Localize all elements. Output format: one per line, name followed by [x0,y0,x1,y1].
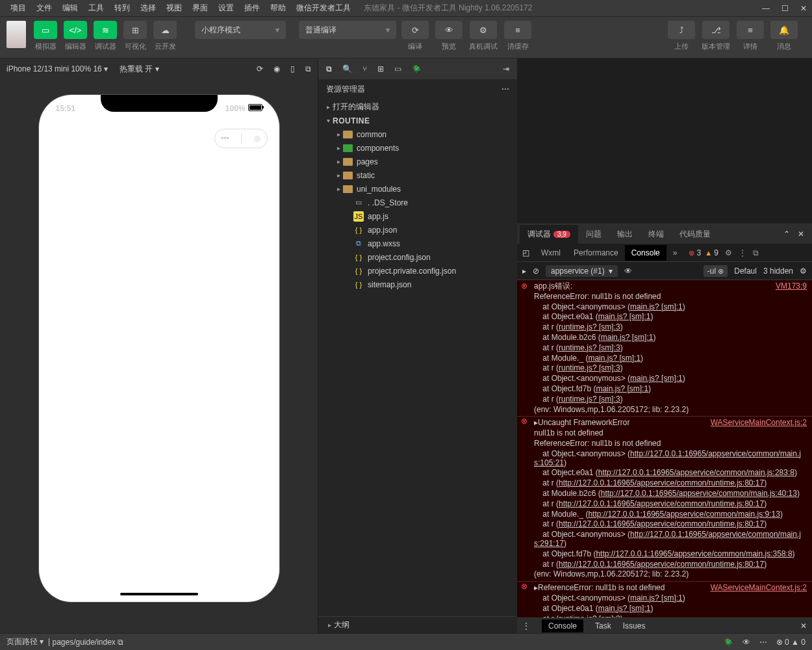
compile-select[interactable]: 普通编译▾ [299,21,396,39]
drawer-console[interactable]: Console [542,619,583,632]
box-icon[interactable]: ▭ [394,64,401,73]
record-icon[interactable]: ◉ [273,64,280,73]
outline-section[interactable]: ▸大纲 [318,616,517,633]
tab-more[interactable]: » [666,245,684,261]
debugger-button[interactable]: ≋ [94,21,117,39]
level-select[interactable]: Defaul [734,266,757,276]
context-select[interactable]: appservice (#1) ▾ [546,265,618,277]
avatar[interactable] [6,21,26,48]
drawer-more-icon[interactable]: ⋮ [522,621,530,630]
tab-quality[interactable]: 代码质量 [672,225,718,244]
bug-icon[interactable]: 🪲 [412,64,422,73]
dock-icon[interactable]: ⧉ [753,248,759,257]
tree-uni_modules[interactable]: ▸uni_modules [318,182,517,196]
tree-pages[interactable]: ▸pages [318,155,517,168]
tree-app.js[interactable]: JSapp.js [318,209,517,223]
inspect-icon[interactable]: ◰ [522,248,529,257]
tree-common[interactable]: ▸common [318,127,517,141]
capsule-button[interactable]: •••◎ [214,129,268,148]
bug-status-icon[interactable]: 🪲 [724,638,733,647]
版本管理-button[interactable]: ⎇ [702,21,730,39]
expand-icon[interactable]: ▸ [522,266,526,276]
phone-simulator[interactable]: 15:51 100% •••◎ [39,95,279,602]
simulator-button[interactable]: ▭ [34,21,57,39]
device-select[interactable]: iPhone 12/13 mini 100% 16 ▾ [6,64,108,73]
menu-微信开发者工具[interactable]: 微信开发者工具 [291,1,356,15]
status-errors[interactable]: ⊗ 0 ▲ 0 [776,638,806,647]
eye-status-icon[interactable]: 👁 [742,638,750,647]
more-status-icon[interactable]: ⋯ [759,638,767,647]
真机调试-button[interactable]: ⚙ [470,21,497,39]
编译-button[interactable]: ⟳ [401,21,429,39]
error-count[interactable]: ⊗ 3 [689,248,701,257]
chevron-up-icon[interactable]: ⌃ [783,229,790,239]
上传-button[interactable]: ⤴ [668,21,695,39]
menu-转到[interactable]: 转到 [109,1,135,15]
drawer-task[interactable]: Task [595,621,611,630]
清缓存-button[interactable]: ≡ [504,21,531,39]
maximize-icon[interactable]: ☐ [781,4,789,13]
tree-components[interactable]: ▸components [318,141,517,155]
panel-toggle-icon[interactable]: ⇥ [503,64,509,73]
search-icon[interactable]: 🔍 [342,64,352,73]
refresh-icon[interactable]: ⟳ [257,64,263,73]
tree-sitemap.json[interactable]: { }sitemap.json [318,278,517,291]
device-icon[interactable]: ▯ [290,64,295,73]
cloud-button[interactable]: ☁ [153,21,177,39]
menu-视图[interactable]: 视图 [161,1,187,15]
drawer-close-icon[interactable]: ✕ [800,621,807,630]
root-section[interactable]: ▾ROUTINE [318,114,517,127]
mode-select[interactable]: 小程序模式▾ [195,21,286,39]
tree-project.config.json[interactable]: { }project.config.json [318,250,517,264]
menu-文件[interactable]: 文件 [31,1,57,15]
tab-performance[interactable]: Performance [567,245,625,261]
filter-pill[interactable]: -ul ⊗ [704,265,728,277]
tab-wxml[interactable]: Wxml [535,245,567,261]
tab-console[interactable]: Console [625,245,666,261]
tree-project.private.config.json[interactable]: { }project.private.config.json [318,264,517,278]
menu-设置[interactable]: 设置 [213,1,239,15]
menu-编辑[interactable]: 编辑 [57,1,83,15]
visual-button[interactable]: ⊞ [123,21,147,39]
console-output[interactable]: VM173:9app.js错误:ReferenceError: null1b i… [517,280,812,618]
预览-button[interactable]: 👁 [435,21,463,39]
drawer-issues[interactable]: Issues [623,621,646,630]
消息-button[interactable]: 🔔 [770,21,798,39]
menu-插件[interactable]: 插件 [239,1,265,15]
tab-output[interactable]: 输出 [609,225,641,244]
menu-界面[interactable]: 界面 [187,1,213,15]
opened-editors-section[interactable]: ▸打开的编辑器 [318,100,517,114]
copy-path-icon[interactable]: ⧉ [118,638,123,647]
console-line: (env: Windows,mp,1.06.2205172; lib: 2.23… [517,405,812,415]
tree-app.wxss[interactable]: ⧉app.wxss [318,237,517,250]
hidden-count[interactable]: 3 hidden [763,266,793,276]
minimize-icon[interactable]: — [762,4,770,13]
kebab-icon[interactable]: ⋮ [739,248,746,257]
tab-terminal[interactable]: 终端 [641,225,672,244]
settings-icon[interactable]: ⚙ [800,266,807,276]
more-icon[interactable]: ⋯ [501,84,509,94]
eye-icon[interactable]: 👁 [624,266,632,276]
warn-count[interactable]: ▲ 9 [705,248,718,257]
tree-static[interactable]: ▸static [318,168,517,182]
ext-icon[interactable]: ⊞ [377,64,384,73]
hot-reload-toggle[interactable]: 热重载 开 ▾ [120,64,159,75]
copy-icon[interactable]: ⧉ [305,64,311,73]
editor-button[interactable]: </> [64,21,87,39]
branch-icon[interactable]: ⑂ [362,64,367,73]
explorer-icon[interactable]: ⧉ [326,64,332,73]
menu-选择[interactable]: 选择 [135,1,161,15]
tree-. .DS_Store[interactable]: ▭. .DS_Store [318,196,517,209]
tab-problems[interactable]: 问题 [578,225,609,244]
tree-app.json[interactable]: { }app.json [318,223,517,237]
close-icon[interactable]: ✕ [800,4,807,13]
menu-项目[interactable]: 项目 [5,1,31,15]
详情-button[interactable]: ≡ [737,21,764,39]
gear-icon[interactable]: ⚙ [725,248,732,257]
menu-工具[interactable]: 工具 [83,1,109,15]
clear-icon[interactable]: ⊘ [533,266,539,276]
page-path[interactable]: pages/guide/index [52,638,115,647]
tab-debugger[interactable]: 调试器3,9 [520,225,578,244]
close-panel-icon[interactable]: ✕ [798,229,804,239]
menu-帮助[interactable]: 帮助 [265,1,291,15]
